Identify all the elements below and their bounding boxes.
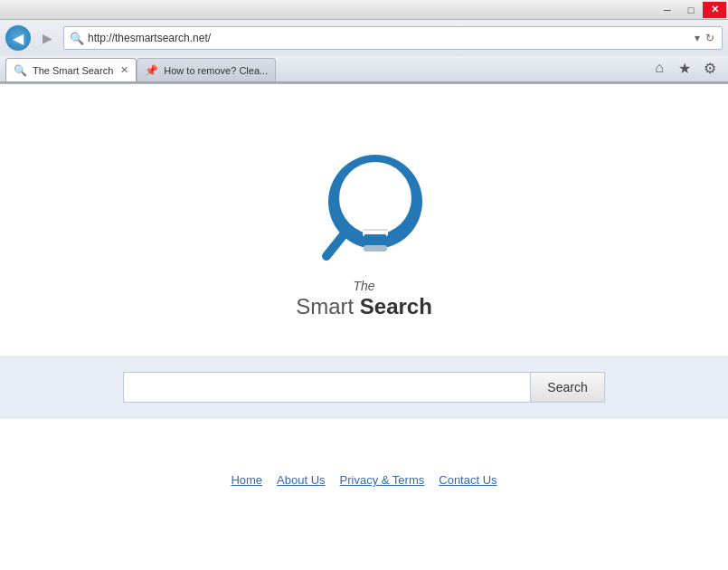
svg-line-0 bbox=[326, 233, 345, 256]
minimize-button[interactable]: ─ bbox=[656, 2, 679, 18]
nav-bar: ◀ ▶ 🔍 ▾ ↻ bbox=[0, 20, 728, 56]
footer-link-home[interactable]: Home bbox=[231, 473, 262, 487]
address-bar[interactable]: 🔍 ▾ ↻ bbox=[63, 26, 723, 50]
svg-rect-4 bbox=[363, 229, 388, 231]
logo-line1: The bbox=[296, 278, 432, 294]
tab-favicon-0: 🔍 bbox=[14, 64, 27, 77]
logo-text: The Smart Search bbox=[296, 278, 432, 319]
footer-link-contact[interactable]: Contact Us bbox=[439, 473, 496, 487]
footer-link-about[interactable]: About Us bbox=[277, 473, 325, 487]
search-input[interactable] bbox=[123, 372, 530, 403]
tab-howto[interactable]: 📌 How to remove? Clea... bbox=[137, 58, 276, 81]
logo-line2: Smart Search bbox=[296, 294, 432, 319]
favorites-button[interactable]: ★ bbox=[672, 57, 697, 79]
maximize-button[interactable]: □ bbox=[679, 2, 703, 18]
tab-label-0: The Smart Search bbox=[33, 65, 113, 76]
toolbar-right: ⌂ ★ ⚙ bbox=[647, 54, 728, 81]
refresh-button[interactable]: ↻ bbox=[704, 31, 716, 45]
logo-svg bbox=[301, 129, 428, 274]
browser-chrome: ◀ ▶ 🔍 ▾ ↻ 🔍 The Smart Search ✕ 📌 How to … bbox=[0, 20, 728, 84]
page-content: The Smart Search Search Home About Us Pr… bbox=[0, 84, 728, 570]
title-bar: ─ □ ✕ bbox=[0, 0, 728, 20]
svg-rect-6 bbox=[366, 239, 384, 242]
tab-favicon-1: 📌 bbox=[145, 64, 158, 77]
search-button[interactable]: Search bbox=[530, 372, 604, 403]
footer-link-privacy[interactable]: Privacy & Terms bbox=[340, 473, 425, 487]
address-search-icon: 🔍 bbox=[70, 32, 84, 45]
search-box: Search bbox=[123, 372, 604, 403]
search-area: Search bbox=[0, 356, 728, 419]
svg-point-2 bbox=[339, 162, 411, 234]
address-actions: ▾ ↻ bbox=[693, 31, 716, 45]
forward-button[interactable]: ▶ bbox=[34, 25, 60, 51]
settings-button[interactable]: ⚙ bbox=[697, 57, 723, 79]
svg-rect-8 bbox=[364, 245, 387, 252]
address-input[interactable] bbox=[88, 32, 689, 44]
tab-close-0[interactable]: ✕ bbox=[120, 64, 128, 76]
logo-text-search: Search bbox=[360, 294, 432, 318]
tab-label-1: How to remove? Clea... bbox=[164, 65, 268, 76]
svg-rect-5 bbox=[364, 234, 386, 237]
home-button[interactable]: ⌂ bbox=[647, 57, 672, 79]
search-action-button[interactable]: ▾ bbox=[693, 31, 702, 45]
logo-area: The Smart Search bbox=[296, 129, 432, 319]
tab-smart-search[interactable]: 🔍 The Smart Search ✕ bbox=[5, 58, 137, 81]
footer-links: Home About Us Privacy & Terms Contact Us bbox=[231, 473, 496, 487]
back-button[interactable]: ◀ bbox=[5, 25, 31, 51]
tabs-row: 🔍 The Smart Search ✕ 📌 How to remove? Cl… bbox=[0, 56, 728, 83]
close-button[interactable]: ✕ bbox=[703, 2, 726, 18]
logo-text-the: The bbox=[353, 279, 374, 293]
logo-text-smart: Smart bbox=[296, 294, 360, 318]
